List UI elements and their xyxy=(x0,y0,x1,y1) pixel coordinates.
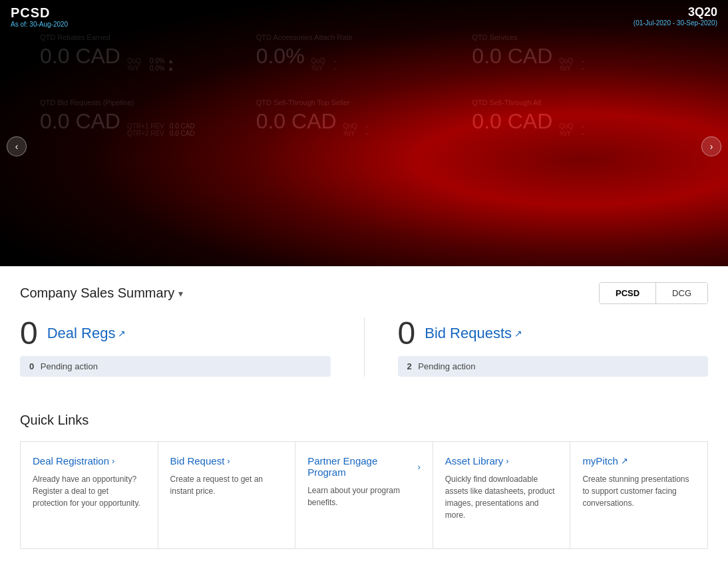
quick-link-asset-library-label: Asset Library xyxy=(445,455,504,467)
quick-link-bid-request-arrow: › xyxy=(227,456,230,466)
quick-link-partner-engage-arrow: › xyxy=(417,462,420,472)
external-link-icon-deal: ↗ xyxy=(118,328,126,339)
quick-link-partner-engage-title[interactable]: Partner Engage Program › xyxy=(307,455,421,478)
deal-regs-number-row: 0 Deal Regs ↗ xyxy=(20,317,331,349)
deal-regs-pending-badge: 0 Pending action xyxy=(20,356,331,377)
section-title-text: Company Sales Summary xyxy=(20,286,174,301)
deal-regs-label: Deal Regs xyxy=(47,325,116,342)
quick-link-bid-request: Bid Request › Create a request to get an… xyxy=(158,442,296,548)
tab-pcsd[interactable]: PCSD xyxy=(600,283,656,303)
quick-link-deal-registration-arrow: › xyxy=(112,456,114,466)
chevron-left-icon: ‹ xyxy=(15,141,19,152)
deal-regs-count: 0 xyxy=(20,317,38,349)
quick-link-partner-engage: Partner Engage Program › Learn about you… xyxy=(295,442,433,548)
external-link-icon-bid: ↗ xyxy=(514,328,522,339)
tab-buttons: PCSD DCG xyxy=(599,282,708,304)
bid-requests-count: 0 xyxy=(398,317,416,349)
quick-link-bid-request-label: Bid Request xyxy=(170,455,225,467)
deal-regs-link[interactable]: Deal Regs ↗ xyxy=(47,325,126,342)
tab-dcg[interactable]: DCG xyxy=(656,283,707,303)
quick-link-mypitch: myPitch ↗ Create stunning presentations … xyxy=(570,442,707,548)
banner: PCSD As of: 30-Aug-2020 3Q20 (01-Jul-202… xyxy=(0,0,728,266)
quick-links-section: Quick Links Deal Registration › Already … xyxy=(0,413,728,569)
deal-regs-pending-label: Pending action xyxy=(41,361,98,371)
quick-link-bid-request-desc: Create a request to get an instant price… xyxy=(170,473,283,497)
quick-link-mypitch-ext-icon: ↗ xyxy=(621,456,628,466)
quick-link-mypitch-desc: Create stunning presentations to support… xyxy=(582,473,695,509)
quick-link-deal-registration: Deal Registration › Already have an oppo… xyxy=(21,442,158,548)
bid-requests-pending-label: Pending action xyxy=(418,361,475,371)
quick-link-deal-registration-title[interactable]: Deal Registration › xyxy=(33,455,146,467)
quick-link-asset-library-arrow: › xyxy=(506,456,508,466)
quarter-label: 3Q20 (01-Jul-2020 - 30-Sep-2020) xyxy=(634,5,717,27)
quick-link-deal-registration-desc: Already have an opportunity? Register a … xyxy=(33,473,146,509)
quick-links-title: Quick Links xyxy=(20,413,708,428)
quick-link-mypitch-label: myPitch xyxy=(582,455,618,467)
carousel-left-arrow[interactable]: ‹ xyxy=(7,136,27,156)
banner-background xyxy=(0,0,728,266)
bid-requests-label: Bid Requests xyxy=(425,325,512,342)
section-title-chevron[interactable]: ▾ xyxy=(178,288,183,299)
quick-link-asset-library: Asset Library › Quickly find downloadabl… xyxy=(433,442,571,548)
quick-link-mypitch-title[interactable]: myPitch ↗ xyxy=(582,455,695,467)
bid-requests-pending-count: 2 xyxy=(407,361,412,371)
card-divider xyxy=(364,317,365,377)
chevron-right-icon: › xyxy=(710,141,713,152)
quick-link-deal-registration-label: Deal Registration xyxy=(33,455,109,467)
bid-requests-number-row: 0 Bid Requests ↗ xyxy=(398,317,709,349)
brand-date: As of: 30-Aug-2020 xyxy=(11,21,68,28)
section-header: Company Sales Summary ▾ PCSD DCG xyxy=(20,282,708,304)
brand-title: PCSD xyxy=(11,5,68,21)
carousel-right-arrow[interactable]: › xyxy=(701,136,721,156)
quick-link-partner-engage-desc: Learn about your program benefits. xyxy=(307,484,421,508)
cards-row: 0 Deal Regs ↗ 0 Pending action 0 Bid Req… xyxy=(20,317,708,377)
quick-link-asset-library-title[interactable]: Asset Library › xyxy=(445,455,558,467)
quick-link-asset-library-desc: Quickly find downloadable assets like da… xyxy=(445,473,558,521)
deal-regs-card: 0 Deal Regs ↗ 0 Pending action xyxy=(20,317,331,377)
quick-link-partner-engage-label: Partner Engage Program xyxy=(307,455,415,478)
quick-links-grid: Deal Registration › Already have an oppo… xyxy=(20,441,708,549)
brand-header: PCSD As of: 30-Aug-2020 xyxy=(0,0,79,33)
bid-requests-pending-badge: 2 Pending action xyxy=(398,356,709,377)
bid-requests-link[interactable]: Bid Requests ↗ xyxy=(425,325,522,342)
quarter-title: 3Q20 xyxy=(634,5,717,19)
bid-requests-card: 0 Bid Requests ↗ 2 Pending action xyxy=(398,317,709,377)
quarter-range: (01-Jul-2020 - 30-Sep-2020) xyxy=(634,19,717,27)
main-content: Company Sales Summary ▾ PCSD DCG 0 Deal … xyxy=(0,266,728,413)
quick-link-bid-request-title[interactable]: Bid Request › xyxy=(170,455,283,467)
section-title: Company Sales Summary ▾ xyxy=(20,286,183,301)
deal-regs-pending-count: 0 xyxy=(29,361,34,371)
